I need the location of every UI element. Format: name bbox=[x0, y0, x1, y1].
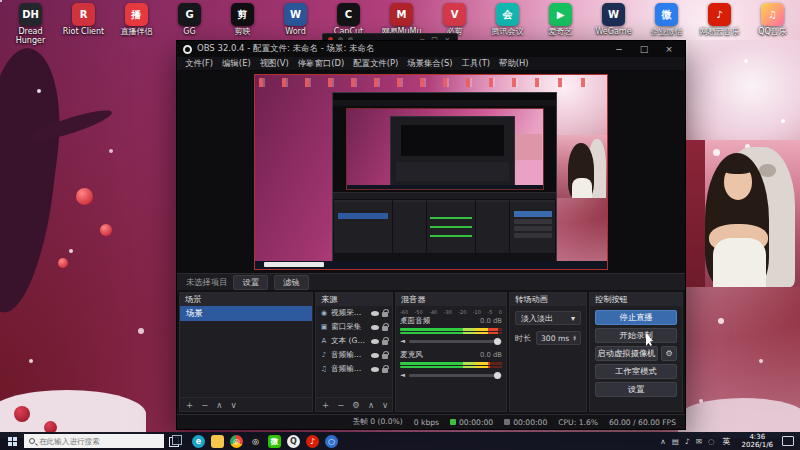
lock-icon[interactable] bbox=[382, 354, 388, 359]
source-item[interactable]: ▣ 窗口采集 bbox=[316, 320, 392, 334]
desktop-icon-label: GG bbox=[183, 28, 195, 37]
taskbar-app-icon[interactable]: ◎ bbox=[249, 435, 262, 448]
transitions-dock-title[interactable]: 转场动画 bbox=[510, 293, 586, 306]
control-button[interactable]: 开始录制 bbox=[595, 328, 677, 343]
sources-toolbar-button[interactable]: ∨ bbox=[382, 400, 388, 410]
transition-select[interactable]: 淡入淡出 ▾ bbox=[515, 311, 581, 325]
desktop-icon[interactable]: ♫ QQ音乐 bbox=[746, 3, 799, 46]
scene-item[interactable]: 场景 bbox=[180, 306, 312, 321]
scenes-toolbar-button[interactable]: + bbox=[186, 400, 193, 410]
chevron-down-icon: ▾ bbox=[571, 314, 575, 323]
visibility-eye-icon[interactable] bbox=[371, 367, 379, 372]
input-language-indicator[interactable]: 英 bbox=[721, 436, 733, 447]
context-settings-button[interactable]: 设置 bbox=[233, 275, 268, 290]
sources-list[interactable]: ◉ 视频采集设备 ▣ 窗口采集 A 文本 (GDI+) bbox=[316, 306, 392, 397]
menu-item[interactable]: 工具(T) bbox=[462, 58, 490, 69]
taskbar-app-icon[interactable]: ○ bbox=[325, 435, 338, 448]
app-icon-glyph: W bbox=[290, 9, 301, 20]
source-item[interactable]: ♫ 音频输入采集 bbox=[316, 362, 392, 376]
search-input[interactable] bbox=[39, 437, 149, 446]
taskbar-app-icon[interactable]: ♪ bbox=[306, 435, 319, 448]
search-icon bbox=[29, 438, 35, 444]
menu-item[interactable]: 帮助(H) bbox=[499, 58, 529, 69]
sources-toolbar-button[interactable]: + bbox=[322, 400, 329, 410]
sources-toolbar-button[interactable]: ∧ bbox=[368, 400, 374, 410]
visibility-eye-icon[interactable] bbox=[371, 325, 379, 330]
volume-slider-thumb[interactable] bbox=[494, 338, 501, 345]
start-button[interactable] bbox=[0, 432, 24, 450]
tray-icon[interactable]: ♪ bbox=[685, 437, 690, 446]
scenes-toolbar-button[interactable]: ∧ bbox=[216, 400, 222, 410]
sources-dock-title[interactable]: 来源 bbox=[316, 293, 392, 306]
menu-item[interactable]: 文件(F) bbox=[185, 58, 213, 69]
source-item[interactable]: A 文本 (GDI+) bbox=[316, 334, 392, 348]
controls-dock-title[interactable]: 控制按钮 bbox=[590, 293, 682, 306]
mini2-taskbar bbox=[347, 185, 543, 189]
menu-item[interactable]: 视图(V) bbox=[260, 58, 289, 69]
taskbar-app-icon[interactable]: 微 bbox=[268, 435, 281, 448]
control-button[interactable]: 工作室模式 bbox=[595, 364, 677, 379]
tray-icon[interactable]: ✉ bbox=[696, 437, 702, 446]
controls-body: 停止直播 开始录制 启动虚拟摄像机 ⚙ 工作室模式 设置 bbox=[590, 306, 682, 411]
lock-icon[interactable] bbox=[382, 326, 388, 331]
tray-icon[interactable]: ◌ bbox=[708, 437, 715, 446]
maximize-button[interactable]: □ bbox=[634, 44, 654, 54]
control-button[interactable]: 停止直播 bbox=[595, 310, 677, 325]
preview-display-capture[interactable] bbox=[255, 75, 607, 269]
virtualcam-config-button[interactable]: ⚙ bbox=[661, 346, 677, 361]
scenes-dock-title[interactable]: 场景 bbox=[180, 293, 312, 306]
transition-duration-input[interactable]: 300 ms ▴▾ bbox=[536, 331, 581, 345]
tray-icon[interactable]: ∧ bbox=[660, 437, 666, 446]
minimize-button[interactable]: − bbox=[609, 44, 629, 54]
source-item[interactable]: ♪ 音频输出采集 bbox=[316, 348, 392, 362]
close-button[interactable]: × bbox=[659, 44, 679, 54]
taskbar-app-icon[interactable]: ◎ bbox=[230, 435, 243, 448]
control-button[interactable]: 启动虚拟摄像机 bbox=[595, 346, 658, 361]
speaker-icon[interactable]: ◄ bbox=[400, 337, 405, 345]
taskbar-app-icon[interactable]: e bbox=[192, 435, 205, 448]
scenes-list[interactable]: 场景 bbox=[180, 306, 312, 397]
task-view-button[interactable] bbox=[164, 432, 184, 450]
desktop-icon[interactable]: R Riot Client bbox=[57, 3, 110, 46]
speaker-icon[interactable]: ◄ bbox=[400, 371, 405, 379]
lock-icon[interactable] bbox=[382, 340, 388, 345]
taskbar-search[interactable] bbox=[24, 434, 164, 448]
source-item[interactable]: ◉ 视频采集设备 bbox=[316, 306, 392, 320]
obs-titlebar[interactable]: OBS 32.0.4 - 配置文件: 未命名 - 场景: 未命名 − □ × bbox=[177, 41, 685, 57]
visibility-eye-icon[interactable] bbox=[371, 353, 379, 358]
desktop-icon[interactable]: ♪ 网易云音乐 bbox=[693, 3, 746, 46]
mixer-dock-title[interactable]: 混音器 bbox=[396, 293, 506, 306]
scenes-toolbar-button[interactable]: − bbox=[201, 400, 208, 410]
desktop-icon[interactable]: 播 直播伴侣 bbox=[110, 3, 163, 46]
taskbar-app-icon[interactable]: Q bbox=[287, 435, 300, 448]
scenes-toolbar-button[interactable]: ∨ bbox=[230, 400, 236, 410]
visibility-eye-icon[interactable] bbox=[371, 339, 379, 344]
obs-preview-area[interactable] bbox=[177, 71, 685, 273]
lock-icon[interactable] bbox=[382, 312, 388, 317]
desktop-icon[interactable]: DH Dread Hunger bbox=[4, 3, 57, 46]
control-button-row: 工作室模式 bbox=[595, 364, 677, 379]
app-icon: G bbox=[178, 3, 201, 26]
menu-item[interactable]: 场景集合(S) bbox=[407, 58, 452, 69]
menu-item[interactable]: 停靠窗口(D) bbox=[298, 58, 344, 69]
tray-icon[interactable]: ▤ bbox=[672, 437, 679, 446]
no-selection-label: 未选择项目 bbox=[186, 277, 227, 288]
action-center-icon[interactable] bbox=[782, 436, 794, 446]
menu-item[interactable]: 编辑(E) bbox=[222, 58, 251, 69]
app-icon: 播 bbox=[125, 3, 148, 26]
db-tick-label: -60 bbox=[400, 309, 408, 315]
sources-toolbar-button[interactable]: ⚙ bbox=[352, 400, 360, 410]
volume-slider[interactable] bbox=[409, 340, 502, 343]
spinner-arrows-icon[interactable]: ▴▾ bbox=[573, 335, 576, 341]
volume-slider-thumb[interactable] bbox=[494, 372, 501, 379]
taskbar-clock[interactable]: 4:36 2026/1/6 bbox=[739, 433, 776, 450]
sources-toolbar-button[interactable]: − bbox=[337, 400, 344, 410]
visibility-eye-icon[interactable] bbox=[371, 311, 379, 316]
menu-item[interactable]: 配置文件(P) bbox=[353, 58, 398, 69]
context-filters-button[interactable]: 滤镜 bbox=[274, 275, 309, 290]
control-button[interactable]: 设置 bbox=[595, 382, 677, 397]
taskbar-app-icon[interactable] bbox=[211, 435, 224, 448]
db-tick-label: -10 bbox=[473, 309, 481, 315]
lock-icon[interactable] bbox=[382, 368, 388, 373]
volume-slider[interactable] bbox=[409, 374, 502, 377]
